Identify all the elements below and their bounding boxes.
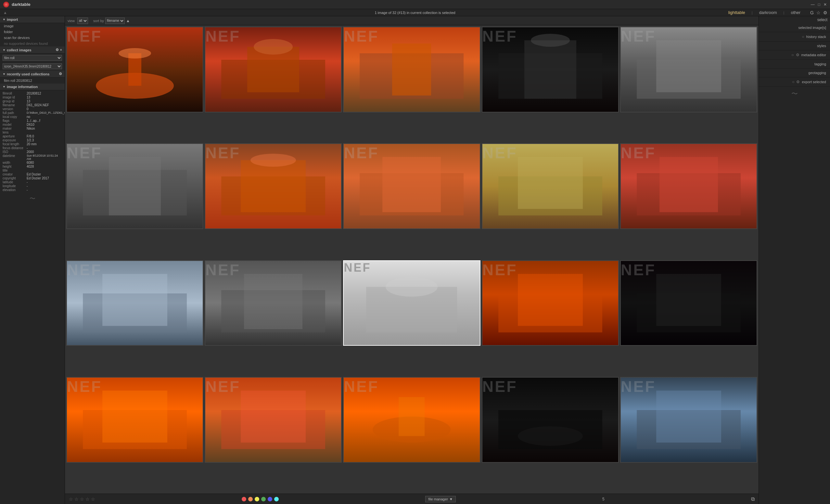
info-copyright: copyright Ed Dozier 2017 <box>3 177 62 180</box>
info-creator: creator Ed Dozier <box>3 172 62 176</box>
metadata-editor-label: metadata editor <box>801 53 826 57</box>
close-button[interactable]: ✕ <box>824 2 827 7</box>
import-section-header[interactable]: ▼ import <box>0 16 65 23</box>
image-cell-20[interactable]: NEF <box>620 377 757 463</box>
maximize-button[interactable]: □ <box>818 2 820 7</box>
left-panel: ▼ import image folder scan for devices n… <box>0 16 65 504</box>
image-cell-9[interactable]: NEF <box>482 143 619 229</box>
color-dot-green[interactable] <box>261 497 266 501</box>
selected-images-item[interactable]: selected image[s] <box>762 25 827 31</box>
color-dot-yellow[interactable] <box>255 497 259 501</box>
star-icon[interactable]: ☆ <box>816 10 821 15</box>
sort-label: sort by <box>93 19 104 23</box>
nav-lighttable[interactable]: lighttable <box>728 10 745 15</box>
image-cell-16[interactable]: NEF <box>66 377 203 463</box>
import-folder[interactable]: folder <box>0 29 65 35</box>
color-dot-teal[interactable] <box>274 497 279 501</box>
metadata-circle-icon: ○ <box>791 53 794 57</box>
star-3[interactable]: ☆ <box>80 497 84 502</box>
collect-settings-icon[interactable]: ⚙ <box>56 48 59 52</box>
title-nav-bar: ▲ 1 image of 32 (#13) in current collect… <box>0 9 830 16</box>
image-cell-3[interactable]: NEF <box>343 27 480 113</box>
image-cell-7[interactable]: NEF <box>205 143 342 229</box>
image-cell-2[interactable]: NEF <box>205 27 342 113</box>
image-cell-6[interactable]: NEF <box>66 143 203 229</box>
recently-settings-icon[interactable]: ⚙ <box>59 72 62 76</box>
view-select[interactable]: all <box>77 18 88 24</box>
info-lens: lens <box>3 131 62 134</box>
collect-value-row: icron_24mmX35.9mm\20180812 <box>0 62 65 70</box>
star-1[interactable]: ☆ <box>69 497 73 502</box>
star-5[interactable]: ☆ <box>91 497 95 502</box>
svg-rect-25 <box>102 274 167 325</box>
sort-select[interactable]: filename <box>105 18 125 24</box>
select-label[interactable]: select <box>759 16 830 23</box>
star-2[interactable]: ☆ <box>74 497 78 502</box>
color-dot-orange[interactable] <box>248 497 253 501</box>
export-circle-icon: ○ <box>792 80 794 84</box>
recently-arrow: ▼ <box>3 72 5 76</box>
image-cell-4[interactable]: NEF <box>482 27 619 113</box>
image-cell-10[interactable]: NEF <box>620 143 757 229</box>
image-cell-17[interactable]: NEF <box>205 377 342 463</box>
image-cell-1[interactable]: NEF <box>66 27 203 113</box>
svg-point-2 <box>119 48 151 59</box>
image-cell-18[interactable]: NEF <box>343 377 480 463</box>
sort-direction-arrow[interactable]: ▲ <box>126 19 130 23</box>
image-cell-5[interactable]: NEF <box>620 27 757 113</box>
recently-item-0[interactable]: film roll 20180812 <box>0 78 65 84</box>
history-stack-item[interactable]: ○ history stack <box>762 33 827 40</box>
image-cell-15[interactable]: NEF <box>620 260 757 346</box>
view-label: view <box>68 19 75 23</box>
geotagging-item[interactable]: geotagging <box>762 70 827 76</box>
image-cell-8[interactable]: NEF <box>343 143 480 229</box>
minimize-button[interactable]: — <box>811 2 815 7</box>
app-title: darktable <box>12 2 31 7</box>
image-info-label: image information <box>7 85 38 89</box>
fullscreen-icon[interactable]: ⧉ <box>751 496 755 502</box>
export-selected-item[interactable]: ○ ⚙ export selected <box>762 78 827 85</box>
import-arrow: ▼ <box>3 18 5 21</box>
window-controls[interactable]: — □ ✕ <box>811 2 827 7</box>
nav-darkroom[interactable]: darkroom <box>759 10 777 15</box>
top-arrow[interactable]: ▲ <box>3 10 8 15</box>
info-datetime: datetime Sun 8/12/2018 10:51:24 AM <box>3 154 62 160</box>
metadata-editor-item[interactable]: ○ ⚙ metadata editor <box>762 52 827 58</box>
image-cell-12[interactable]: NEF <box>205 260 342 346</box>
no-devices-found: no supported devices found <box>0 41 65 46</box>
nav-other[interactable]: other <box>791 10 800 15</box>
color-dot-red[interactable] <box>242 497 246 501</box>
collect-type-row: film roll <box>0 54 65 62</box>
image-cell-19[interactable]: NEF <box>482 377 619 463</box>
film-roll-select[interactable]: icron_24mmX35.9mm\20180812 <box>3 63 62 69</box>
svg-rect-16 <box>241 160 306 212</box>
color-dot-blue[interactable] <box>268 497 272 501</box>
image-cell-14[interactable]: NEF <box>482 260 619 346</box>
image-cell-11[interactable]: NEF <box>66 260 203 346</box>
star-rating[interactable]: ☆ ☆ ☆ ☆ ☆ <box>69 497 95 502</box>
collect-icons: ⚙ + <box>56 48 62 52</box>
nav-separator-1: | <box>752 11 753 14</box>
info-longitude: longitude - <box>3 184 62 188</box>
image-cell-13[interactable]: NEF <box>343 260 480 346</box>
info-fullpath: full path D:\Nikon_D610_Pi...12\D61_6024… <box>3 111 62 115</box>
right-export-section: ○ ⚙ export selected <box>759 77 830 87</box>
gear-icon[interactable]: ⚙ <box>823 10 827 15</box>
styles-item[interactable]: styles <box>762 43 827 49</box>
tagging-item[interactable]: tagging <box>762 61 827 67</box>
right-selected-images-section: selected image[s] <box>759 23 830 32</box>
collect-images-header[interactable]: ▼ collect images ⚙ + <box>0 46 65 54</box>
right-geotagging-section: geotagging <box>759 69 830 77</box>
svg-rect-27 <box>244 274 302 329</box>
g-icon[interactable]: G <box>810 10 814 15</box>
info-focallength: focal length 20 mm <box>3 142 62 146</box>
recently-used-header[interactable]: ▼ recently used collections ⚙ <box>0 70 65 78</box>
image-info-header[interactable]: ▼ image information <box>0 84 65 90</box>
star-4[interactable]: ☆ <box>86 497 90 502</box>
import-image[interactable]: image <box>0 23 65 29</box>
collect-type-select[interactable]: film roll <box>3 55 62 61</box>
right-panel: select selected image[s] ○ history stack… <box>759 16 830 504</box>
import-scan-devices[interactable]: scan for devices <box>0 35 65 41</box>
file-manager-button[interactable]: file manager ▼ <box>425 496 455 502</box>
collect-add-icon[interactable]: + <box>60 48 62 52</box>
